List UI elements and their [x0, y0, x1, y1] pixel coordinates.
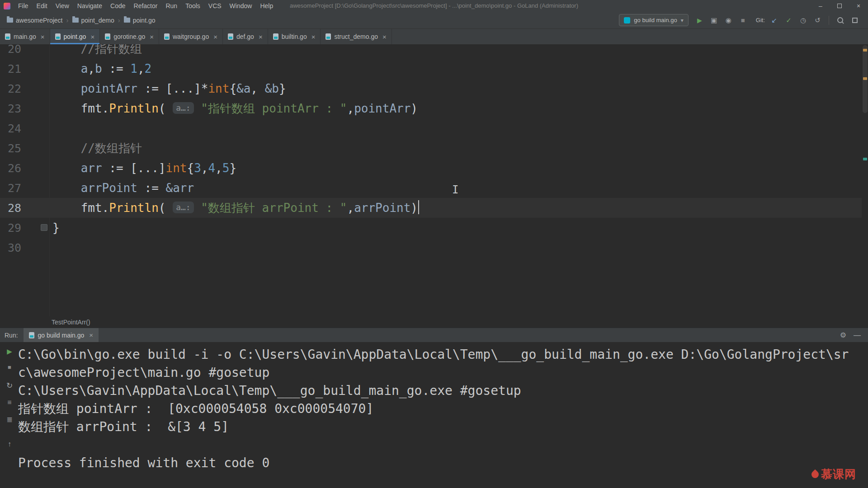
- menu-item-navigate[interactable]: Navigate: [73, 0, 106, 12]
- editor-tab-def.go[interactable]: def.go×: [223, 29, 268, 44]
- menu-item-code[interactable]: Code: [106, 0, 129, 12]
- folding-marker[interactable]: [41, 224, 47, 231]
- text-caret: [418, 200, 419, 214]
- line-number: 20: [0, 44, 50, 56]
- menu-item-vcs[interactable]: VCS: [204, 0, 226, 12]
- maximize-button[interactable]: [830, 0, 849, 12]
- settings-gear-icon[interactable]: ⚙: [840, 331, 846, 339]
- menu-item-view[interactable]: View: [52, 0, 73, 12]
- code-token: 3: [194, 161, 201, 175]
- code-token: Println: [109, 201, 159, 215]
- code-token: "数组指针 arrPoint : ": [201, 201, 347, 215]
- code-line-21: 21 a,b := 1,2: [0, 59, 862, 79]
- code-text: fmt.Println( a…: "指针数组 pointArr : ",poin…: [52, 101, 418, 117]
- console-line: 数组指针 arrPoint : &[3 4 5]: [18, 418, 860, 436]
- menu-bar: FileEditViewNavigateCodeRefactorRunTools…: [0, 0, 868, 12]
- close-tab-icon[interactable]: ×: [90, 33, 94, 41]
- menu-item-run[interactable]: Run: [161, 0, 181, 12]
- close-tab-icon[interactable]: ×: [311, 33, 316, 41]
- git-commit-button[interactable]: ✓: [783, 14, 795, 26]
- code-token: ): [410, 201, 418, 215]
- app-icon: [4, 3, 10, 9]
- code-token: [194, 201, 201, 215]
- console-output[interactable]: C:\Go\bin\go.exe build -i -o C:\Users\Ga…: [18, 346, 860, 488]
- editor-scrollbar[interactable]: [863, 45, 868, 113]
- menu-item-refactor[interactable]: Refactor: [130, 0, 162, 12]
- breadcrumb-item[interactable]: point.go: [122, 17, 158, 24]
- code-token: Println: [109, 102, 159, 115]
- stop-button[interactable]: ■: [737, 14, 749, 26]
- editor-tab-main.go[interactable]: main.go×: [0, 29, 50, 44]
- console-line: 指针数组 pointArr : [0xc000054058 0xc0000540…: [18, 400, 860, 418]
- line-number: 24: [0, 122, 50, 135]
- code-token: [52, 161, 81, 175]
- error-stripe-mark-3[interactable]: [863, 158, 867, 160]
- menu-item-help[interactable]: Help: [256, 0, 277, 12]
- code-token: //指针数组: [52, 44, 142, 56]
- folder-icon: [7, 18, 13, 23]
- editor-tab-struct_demo.go[interactable]: struct_demo.go×: [321, 29, 392, 44]
- close-button[interactable]: ×: [849, 0, 868, 12]
- code-token: :=: [102, 62, 131, 75]
- code-token: ): [410, 102, 418, 115]
- editor-tab-waitgroup.go[interactable]: waitgroup.go×: [159, 29, 223, 44]
- code-line-28: 28 fmt.Println( a…: "数组指针 arrPoint : ",a…: [0, 198, 862, 218]
- profiler-button[interactable]: ◉: [722, 14, 735, 26]
- close-run-tab-icon[interactable]: ×: [89, 331, 93, 339]
- search-everywhere-button[interactable]: [834, 14, 846, 26]
- menu-item-file[interactable]: File: [14, 0, 33, 12]
- minimize-button[interactable]: –: [811, 0, 830, 12]
- code-text: arrPoint := &arr: [52, 181, 194, 195]
- tab-label: gorotine.go: [113, 33, 145, 40]
- hide-panel-icon[interactable]: —: [854, 331, 861, 339]
- run-button[interactable]: ▶: [693, 14, 706, 26]
- rollback-button[interactable]: ↺: [811, 14, 824, 26]
- jump-to-source-icon[interactable]: ↑: [5, 440, 14, 448]
- coverage-button[interactable]: ▣: [708, 14, 720, 26]
- code-token: ,: [201, 161, 208, 175]
- menu-item-edit[interactable]: Edit: [33, 0, 52, 12]
- code-token: 4: [208, 161, 215, 175]
- menu-item-window[interactable]: Window: [226, 0, 256, 12]
- restore-layout-button[interactable]: [849, 14, 861, 26]
- close-tab-icon[interactable]: ×: [41, 33, 45, 41]
- code-token: (: [159, 201, 173, 215]
- git-label: Git:: [756, 17, 765, 23]
- code-token: 2: [145, 62, 152, 75]
- code-token: [52, 201, 81, 215]
- window-controls: – ×: [811, 0, 868, 12]
- close-tab-icon[interactable]: ×: [213, 33, 217, 41]
- breadcrumb-label: awesomeProject: [16, 17, 63, 24]
- run-tab[interactable]: go build main.go ×: [24, 328, 99, 343]
- code-line-30: 30: [0, 238, 862, 258]
- restart-icon[interactable]: ↻: [5, 381, 14, 390]
- editor-tab-point.go[interactable]: point.go×: [50, 29, 100, 44]
- breadcrumb-item[interactable]: awesomeProject: [5, 17, 65, 24]
- folder-icon: [72, 18, 79, 23]
- code-editor[interactable]: 20 //指针数组21 a,b := 1,222 pointArr := [..…: [0, 44, 868, 316]
- code-token: 1: [130, 62, 137, 75]
- code-line-27: 27 arrPoint := &arr: [0, 178, 862, 198]
- stop-process-button[interactable]: ■: [5, 364, 14, 371]
- go-file-icon: [326, 33, 331, 40]
- editor-tab-builtin.go[interactable]: builtin.go×: [268, 29, 321, 44]
- window-restore-icon: [852, 18, 858, 23]
- run-panel-header: Run: go build main.go × ⚙ —: [0, 328, 868, 342]
- folder-icon: [124, 18, 130, 23]
- rerun-button[interactable]: ▶: [5, 347, 14, 356]
- code-token: arrPoint: [354, 201, 410, 215]
- run-configuration-select[interactable]: go build main.go ▾: [619, 14, 688, 26]
- history-button[interactable]: ◷: [797, 14, 809, 26]
- tab-label: builtin.go: [282, 33, 307, 40]
- git-update-button[interactable]: ↙: [768, 14, 780, 26]
- menu-item-tools[interactable]: Tools: [181, 0, 204, 12]
- breadcrumb-item[interactable]: point_demo: [70, 17, 117, 24]
- editor-tab-gorotine.go[interactable]: gorotine.go×: [100, 29, 159, 44]
- close-tab-icon[interactable]: ×: [150, 33, 154, 41]
- close-tab-icon[interactable]: ×: [382, 33, 387, 41]
- soft-wrap-icon[interactable]: ≡: [5, 399, 14, 407]
- scroll-to-end-icon[interactable]: ≣: [5, 415, 14, 424]
- parameter-hint: a…:: [173, 102, 194, 114]
- close-tab-icon[interactable]: ×: [259, 33, 263, 41]
- code-text: }: [52, 221, 60, 235]
